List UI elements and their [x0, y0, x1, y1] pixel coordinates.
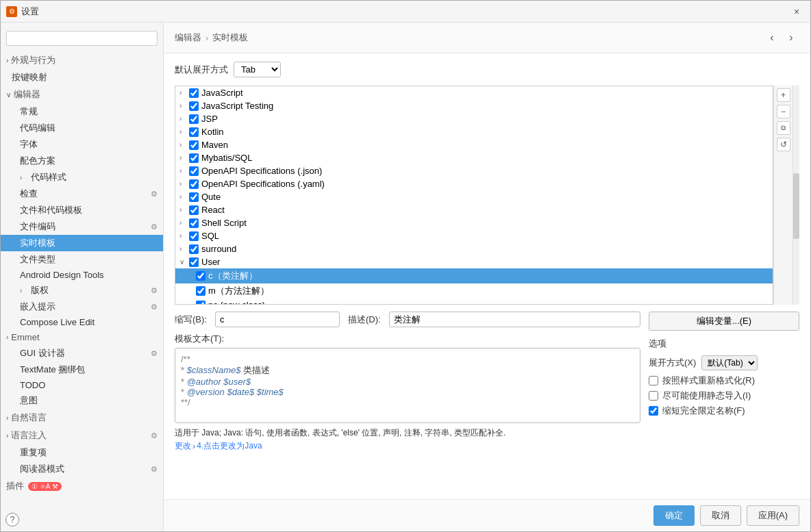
list-item-selected[interactable]: c（类注解）	[175, 268, 773, 283]
static-import-checkbox[interactable]	[649, 391, 658, 401]
chevron-right-icon: ›	[179, 219, 189, 227]
item-checkbox[interactable]	[189, 88, 199, 98]
sidebar-item-compose-live-edit[interactable]: Compose Live Edit	[1, 315, 163, 329]
sidebar-item-code-edit[interactable]: 代码编辑	[1, 120, 163, 136]
sidebar-item-color-scheme[interactable]: 配色方案	[1, 153, 163, 169]
list-item[interactable]: ∨ User	[175, 255, 773, 268]
sidebar-item-android-design-tools[interactable]: Android Design Tools	[1, 268, 163, 282]
list-item[interactable]: nc (new class)	[175, 299, 773, 305]
list-item[interactable]: › JavaScript Testing	[175, 99, 773, 112]
sidebar-item-appearance[interactable]: › 外观与行为	[1, 51, 163, 69]
sidebar-label: 按键映射	[12, 71, 47, 84]
sidebar-item-general[interactable]: 常规	[1, 103, 163, 120]
list-item[interactable]: › Mybatis/SQL	[175, 151, 773, 164]
sidebar-item-file-types[interactable]: 文件类型	[1, 251, 163, 268]
list-item[interactable]: › surround	[175, 242, 773, 255]
sidebar-item-copyright[interactable]: › 版权 ⚙	[1, 282, 163, 299]
sidebar-item-repeat[interactable]: 重复项	[1, 444, 163, 461]
copy-template-button[interactable]: ⧉	[777, 121, 790, 135]
item-name: m（方法注解）	[208, 285, 269, 297]
sidebar-item-natural-lang[interactable]: › 自然语言	[1, 409, 163, 427]
item-checkbox[interactable]	[189, 218, 199, 228]
item-checkbox[interactable]	[189, 192, 199, 202]
footer-buttons: 确定 取消 应用(A)	[164, 499, 810, 531]
list-item[interactable]: › SQL	[175, 229, 773, 242]
breadcrumb-part2: 实时模板	[212, 31, 248, 44]
remove-template-button[interactable]: −	[777, 105, 790, 118]
sidebar-item-keymap[interactable]: 按键映射	[1, 69, 163, 86]
sidebar-label: 自然语言	[11, 411, 47, 424]
sidebar-item-textmate[interactable]: TextMate 捆绑包	[1, 362, 163, 378]
template-text-content[interactable]: /** * $className$ 类描述 * @author $user$ *…	[175, 348, 640, 423]
sidebar-item-font[interactable]: 字体	[1, 136, 163, 153]
list-item[interactable]: › Qute	[175, 190, 773, 203]
sidebar-item-gui-designer[interactable]: GUI 设计器 ⚙	[1, 345, 163, 362]
sidebar-item-intention[interactable]: 意图	[1, 392, 163, 409]
sidebar-item-file-encoding[interactable]: 文件编码 ⚙	[1, 218, 163, 235]
settings-icon: ⚙	[151, 286, 158, 295]
scrollbar[interactable]	[793, 86, 799, 305]
item-checkbox[interactable]	[189, 101, 199, 111]
content-area: 默认展开方式 Tab › JavaScript	[164, 53, 810, 499]
reformat-checkbox[interactable]	[649, 376, 658, 385]
sidebar-item-editor[interactable]: ∨ 编辑器	[1, 86, 163, 103]
sidebar-item-inspection[interactable]: 检查 ⚙	[1, 186, 163, 202]
apply-button[interactable]: 应用(A)	[747, 505, 799, 526]
list-item[interactable]: m（方法注解）	[175, 283, 773, 299]
list-item[interactable]: › JSP	[175, 112, 773, 125]
item-checkbox[interactable]	[196, 301, 205, 305]
sidebar-item-todo[interactable]: TODO	[1, 378, 163, 392]
list-item[interactable]: › OpenAPI Specifications (.json)	[175, 164, 773, 177]
tmpl-line4: * @version $date$ $time$	[181, 387, 634, 397]
list-item[interactable]: › Shell Script	[175, 216, 773, 229]
list-item[interactable]: › Maven	[175, 138, 773, 151]
item-checkbox[interactable]	[189, 257, 199, 267]
item-checkbox[interactable]	[189, 114, 199, 124]
title-bar: ⚙ 设置 ×	[1, 1, 810, 23]
edit-variables-button[interactable]: 编辑变量...(E)	[649, 312, 799, 331]
sidebar-item-emmet[interactable]: › Emmet	[1, 329, 163, 345]
description-input[interactable]	[389, 312, 640, 327]
sidebar-item-plugin[interactable]: 插件 ① ⚛A ⚒	[1, 477, 163, 495]
item-checkbox[interactable]	[189, 127, 199, 137]
expand-option-select[interactable]: 默认(Tab)	[701, 355, 758, 370]
sidebar-label: 实时模板	[20, 237, 55, 249]
item-checkbox[interactable]	[189, 140, 199, 150]
abbr-label: 缩写(B):	[175, 314, 207, 326]
sidebar-item-live-templates[interactable]: 实时模板	[1, 235, 163, 251]
sidebar-item-reader-mode[interactable]: 阅读器模式 ⚙	[1, 461, 163, 477]
sidebar-label: TextMate 捆绑包	[20, 364, 85, 376]
default-expand-select[interactable]: Tab	[234, 62, 281, 77]
sidebar-item-embed-hint[interactable]: 嵌入提示 ⚙	[1, 299, 163, 315]
revert-template-button[interactable]: ↺	[777, 138, 790, 151]
help-icon[interactable]: ?	[5, 513, 19, 527]
item-checkbox[interactable]	[189, 179, 199, 189]
cancel-button[interactable]: 取消	[700, 505, 741, 526]
reformat-option-row: 按照样式重新格式化(R)	[649, 375, 799, 387]
abbreviation-input[interactable]	[215, 312, 340, 327]
item-checkbox[interactable]	[196, 271, 205, 281]
back-button[interactable]: ‹	[764, 29, 780, 46]
item-checkbox[interactable]	[189, 153, 199, 163]
close-button[interactable]: ×	[788, 3, 805, 20]
forward-button[interactable]: ›	[783, 29, 799, 46]
help-button[interactable]: ?	[5, 513, 19, 527]
list-item[interactable]: › JavaScript	[175, 86, 773, 99]
sidebar-item-file-code-template[interactable]: 文件和代码模板	[1, 202, 163, 218]
item-checkbox[interactable]	[189, 231, 199, 241]
change-link[interactable]: 更改	[175, 440, 191, 452]
item-checkbox[interactable]	[196, 286, 205, 296]
ok-button[interactable]: 确定	[653, 505, 695, 526]
item-checkbox[interactable]	[189, 244, 199, 254]
item-checkbox[interactable]	[189, 205, 199, 215]
tmpl-line1: /**	[181, 354, 634, 364]
item-checkbox[interactable]	[189, 166, 199, 176]
sidebar-item-code-style[interactable]: › 代码样式	[1, 169, 163, 186]
sidebar-item-lang-inject[interactable]: › 语言注入 ⚙	[1, 427, 163, 444]
list-item[interactable]: › OpenAPI Specifications (.yaml)	[175, 177, 773, 190]
search-input[interactable]	[6, 31, 158, 46]
shorten-name-checkbox[interactable]	[649, 406, 658, 416]
add-template-button[interactable]: +	[777, 88, 790, 102]
list-item[interactable]: › React	[175, 203, 773, 216]
list-item[interactable]: › Kotlin	[175, 125, 773, 138]
